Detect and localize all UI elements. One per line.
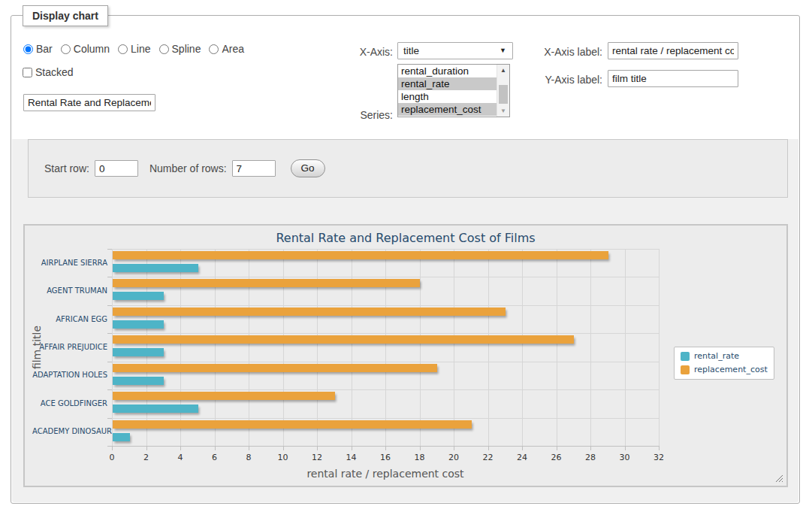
chart-type-label: Bar <box>36 43 53 55</box>
series-options: rental_durationrental_ratelengthreplacem… <box>398 65 509 116</box>
chart-type-radio-spline[interactable] <box>159 44 169 54</box>
gridline-x <box>146 249 147 446</box>
series-option-length[interactable]: length <box>398 90 509 103</box>
y-axis-title: film title <box>31 326 43 369</box>
y-tick <box>107 333 112 334</box>
chart-type-radio-area[interactable] <box>209 44 219 54</box>
legend-swatch-icon <box>681 365 690 374</box>
x-tick-label: 20 <box>442 453 465 462</box>
num-rows-input[interactable] <box>232 160 276 177</box>
legend-label: replacement_cost <box>694 365 768 374</box>
chart-type-radio-column[interactable] <box>61 44 71 54</box>
series-option-replacement_cost[interactable]: replacement_cost <box>398 103 509 116</box>
x-tick-label: 30 <box>614 453 636 462</box>
y-tick <box>107 389 112 390</box>
bar-replacement_cost-4[interactable] <box>113 364 437 372</box>
series-scrollbar[interactable]: ▲ ▼ <box>497 65 509 117</box>
gridline-x <box>659 249 660 446</box>
scrollbar-down-icon[interactable]: ▼ <box>497 105 509 117</box>
chart-title-input[interactable] <box>23 94 155 111</box>
gridline-x <box>625 249 626 446</box>
gridline-x <box>385 249 386 446</box>
x-tick-label: 14 <box>340 453 363 462</box>
gridline-x <box>488 249 489 446</box>
category-label: ADAPTATION HOLES <box>32 371 107 379</box>
chart-type-label: Column <box>74 43 110 55</box>
bar-rental_rate-0[interactable] <box>113 264 198 272</box>
chart-type-label: Line <box>131 43 150 55</box>
x-tick <box>659 446 660 450</box>
y-tick <box>107 305 112 306</box>
gridline-y <box>112 362 659 362</box>
category-label: AIRPLANE SIERRA <box>32 259 107 267</box>
bar-rental_rate-2[interactable] <box>113 320 164 329</box>
x-axis-select-value: title <box>403 45 419 56</box>
stacked-option: Stacked <box>23 66 74 78</box>
gridline-y <box>112 333 659 334</box>
stacked-checkbox[interactable] <box>23 68 32 77</box>
x-tick-label: 4 <box>169 453 192 462</box>
scrollbar-thumb[interactable] <box>499 85 508 104</box>
series-option-rental_rate[interactable]: rental_rate <box>398 77 509 90</box>
chart-type-radio-bar[interactable] <box>23 44 33 54</box>
bar-replacement_cost-6[interactable] <box>113 420 472 429</box>
legend-item-rental_rate[interactable]: rental_rate <box>681 351 768 361</box>
bar-rental_rate-1[interactable] <box>113 292 164 300</box>
gridline-x <box>112 249 113 446</box>
x-tick-label: 24 <box>511 453 533 462</box>
x-axis-label-input[interactable] <box>608 42 738 59</box>
legend-item-replacement_cost[interactable]: replacement_cost <box>681 365 768 374</box>
series-listbox[interactable]: rental_durationrental_ratelengthreplacem… <box>397 64 510 117</box>
gridline-x <box>420 249 421 446</box>
x-tick-label: 18 <box>409 453 431 462</box>
x-tick-label: 12 <box>306 453 328 462</box>
category-label: AFFAIR PREJUDICE <box>32 343 107 351</box>
x-axis-select[interactable]: title ▼ <box>397 42 513 59</box>
gridline-x <box>249 249 249 446</box>
gridline-y <box>112 249 659 250</box>
x-tick-label: 22 <box>477 453 500 462</box>
x-tick-label: 0 <box>101 453 123 462</box>
chart-type-radio-group: BarColumnLineSplineArea <box>23 43 244 55</box>
x-axis-line <box>112 446 659 447</box>
series-option-rental_duration[interactable]: rental_duration <box>398 65 509 77</box>
num-rows-label: Number of rows: <box>149 162 227 174</box>
chart-type-radio-line[interactable] <box>118 44 128 54</box>
gridline-y <box>112 389 659 390</box>
chart-legend: rental_ratereplacement_cost <box>674 347 774 380</box>
scrollbar-up-icon[interactable]: ▲ <box>497 65 509 76</box>
chevron-down-icon: ▼ <box>500 43 506 59</box>
gridline-x <box>352 249 352 446</box>
chart-type-label: Area <box>222 43 244 55</box>
bar-rental_rate-6[interactable] <box>113 433 130 441</box>
category-label: AFRICAN EGG <box>32 315 107 323</box>
bar-rental_rate-3[interactable] <box>113 348 164 356</box>
go-button[interactable]: Go <box>291 159 325 177</box>
y-tick <box>107 418 112 419</box>
x-tick-label: 16 <box>374 453 397 462</box>
x-axis-title: rental rate / replacement cost <box>112 468 659 480</box>
bar-replacement_cost-1[interactable] <box>113 279 420 287</box>
x-tick-label: 2 <box>135 453 158 462</box>
bar-rental_rate-5[interactable] <box>113 404 198 413</box>
category-label: ACE GOLDFINGER <box>32 399 107 407</box>
x-tick-label: 10 <box>272 453 294 462</box>
x-axis-label-label: X-Axis label: <box>536 46 602 58</box>
chart-type-option-column: Column <box>61 43 110 55</box>
bar-replacement_cost-5[interactable] <box>113 392 335 400</box>
resize-grip-icon[interactable] <box>775 474 783 482</box>
bar-replacement_cost-2[interactable] <box>113 308 506 316</box>
bar-replacement_cost-0[interactable] <box>113 251 608 259</box>
bar-replacement_cost-3[interactable] <box>113 335 574 344</box>
x-tick-label: 26 <box>545 453 568 462</box>
x-tick-label: 28 <box>579 453 602 462</box>
y-tick <box>107 362 112 362</box>
x-axis-select-label: X-Axis: <box>325 46 393 58</box>
chart-title: Rental Rate and Replacement Cost of Film… <box>25 231 786 245</box>
y-axis-label-input[interactable] <box>608 70 738 87</box>
start-row-input[interactable] <box>95 160 138 177</box>
gridline-y <box>112 277 659 277</box>
bar-rental_rate-4[interactable] <box>113 377 164 385</box>
chart: Rental Rate and Replacement Cost of Film… <box>23 224 788 487</box>
gridline-x <box>215 249 216 446</box>
